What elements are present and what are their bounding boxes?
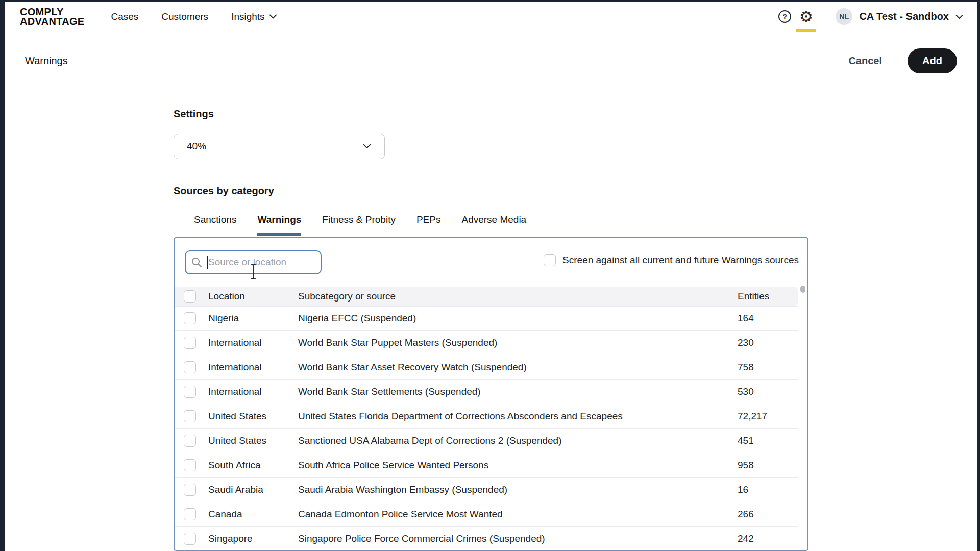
column-subcategory: Subcategory or source: [298, 291, 738, 302]
window-edge-left: [0, 0, 5, 551]
sources-panel: Screen against all current and future Wa…: [174, 237, 808, 551]
panel-scrollbar-thumb[interactable]: [800, 286, 805, 293]
row-checkbox[interactable]: [184, 386, 196, 398]
nav-item-customers[interactable]: Customers: [161, 11, 208, 22]
screen-all-label: Screen against all current and future Wa…: [562, 255, 799, 266]
chevron-down-icon: [363, 144, 371, 149]
top-nav: COMPLY ADVANTAGE Cases Customers Insight…: [5, 2, 977, 32]
cancel-button[interactable]: Cancel: [848, 55, 882, 67]
help-icon: ?: [778, 10, 791, 23]
settings-heading: Settings: [174, 108, 214, 120]
screen-all-group: Screen against all current and future Wa…: [544, 254, 799, 266]
sources-heading: Sources by category: [174, 185, 274, 197]
table-row[interactable]: Singapore Singapore Police Force Commerc…: [175, 527, 798, 551]
add-button[interactable]: Add: [908, 48, 957, 73]
table-row[interactable]: International World Bank Star Settlement…: [175, 380, 798, 404]
header-actions: Cancel Add: [848, 48, 957, 73]
table-row[interactable]: Nigeria Nigeria EFCC (Suspended) 164: [175, 306, 798, 331]
row-checkbox[interactable]: [184, 410, 196, 422]
main-nav: Cases Customers Insights: [111, 11, 276, 22]
logo-line-2: ADVANTAGE: [20, 17, 84, 27]
tab-peps[interactable]: PEPs: [416, 214, 441, 236]
row-location: Canada: [208, 509, 298, 520]
avatar: NL: [836, 8, 852, 25]
window-edge-top: [0, 0, 980, 2]
search-input[interactable]: [185, 250, 322, 274]
tab-adverse-media[interactable]: Adverse Media: [461, 214, 526, 236]
row-entities: 958: [738, 460, 798, 471]
row-source: Sanctioned USA Alabama Dept of Correctio…: [298, 435, 738, 446]
row-source: World Bank Star Puppet Masters (Suspende…: [298, 337, 738, 348]
comply-advantage-logo[interactable]: COMPLY ADVANTAGE: [20, 7, 84, 27]
table-row[interactable]: International World Bank Star Asset Reco…: [175, 355, 798, 380]
account-menu[interactable]: NL CA Test - Sandbox: [836, 8, 963, 25]
row-source: Saudi Arabia Washington Embassy (Suspend…: [298, 484, 738, 495]
table-row[interactable]: South Africa South Africa Police Service…: [175, 453, 798, 478]
nav-item-label: Customers: [161, 11, 208, 22]
row-source: Singapore Police Force Commercial Crimes…: [298, 533, 738, 544]
settings-gear-button[interactable]: ⚙: [795, 2, 817, 31]
row-entities: 242: [738, 533, 798, 544]
row-entities: 16: [738, 484, 798, 495]
row-source: United States Florida Department of Corr…: [298, 411, 738, 422]
page-header: Warnings Cancel Add: [5, 32, 977, 90]
table-row[interactable]: International World Bank Star Puppet Mas…: [175, 331, 798, 355]
row-entities: 758: [738, 362, 798, 373]
row-location: International: [208, 386, 298, 397]
row-checkbox[interactable]: [184, 459, 196, 471]
tab-warnings[interactable]: Warnings: [257, 214, 301, 236]
row-entities: 164: [738, 313, 798, 324]
table-row[interactable]: Saudi Arabia Saudi Arabia Washington Emb…: [175, 478, 798, 502]
row-entities: 230: [738, 337, 798, 348]
table-header-row: Location Subcategory or source Entities: [175, 287, 798, 306]
row-checkbox[interactable]: [184, 533, 196, 545]
row-location: United States: [208, 435, 298, 446]
row-checkbox[interactable]: [184, 337, 196, 349]
gear-icon: ⚙: [799, 9, 813, 24]
table-row[interactable]: United States United States Florida Depa…: [175, 404, 798, 429]
fuzziness-value: 40%: [187, 141, 206, 152]
nav-item-cases[interactable]: Cases: [111, 11, 138, 22]
row-location: United States: [208, 411, 298, 422]
row-source: South Africa Police Service Wanted Perso…: [298, 460, 738, 471]
nav-item-label: Cases: [111, 11, 138, 22]
row-entities: 451: [738, 435, 798, 446]
row-source: World Bank Star Settlements (Suspended): [298, 386, 738, 397]
row-checkbox[interactable]: [184, 508, 196, 520]
row-checkbox[interactable]: [184, 484, 196, 496]
sources-table: Location Subcategory or source Entities …: [175, 287, 798, 551]
nav-divider: [824, 8, 824, 26]
row-location: International: [208, 337, 298, 348]
row-checkbox[interactable]: [184, 435, 196, 447]
row-location: International: [208, 362, 298, 373]
chevron-down-icon: [955, 14, 963, 19]
nav-item-insights[interactable]: Insights: [231, 11, 276, 22]
table-row[interactable]: United States Sanctioned USA Alabama Dep…: [175, 429, 798, 453]
row-checkbox[interactable]: [184, 312, 196, 324]
help-button[interactable]: ?: [774, 2, 795, 31]
account-name: CA Test - Sandbox: [859, 11, 949, 22]
row-location: Nigeria: [208, 313, 298, 324]
nav-item-label: Insights: [231, 11, 264, 22]
row-checkbox[interactable]: [184, 361, 196, 373]
table-row[interactable]: Canada Canada Edmonton Police Service Mo…: [175, 502, 798, 527]
tab-fitness-probity[interactable]: Fitness & Probity: [322, 214, 396, 236]
text-caret: [207, 256, 208, 269]
tab-sanctions[interactable]: Sanctions: [194, 214, 236, 236]
fuzziness-dropdown[interactable]: 40%: [174, 134, 385, 159]
row-location: South Africa: [208, 460, 298, 471]
chevron-down-icon: [270, 14, 277, 19]
category-tabs: Sanctions Warnings Fitness & Probity PEP…: [194, 214, 526, 236]
screen-all-checkbox[interactable]: [544, 254, 556, 266]
row-source: Nigeria EFCC (Suspended): [298, 313, 738, 324]
window-edge-right: [977, 0, 980, 551]
column-entities: Entities: [738, 291, 798, 302]
column-location: Location: [208, 291, 298, 302]
select-all-checkbox[interactable]: [184, 290, 196, 303]
nav-right: ? ⚙ NL CA Test - Sandbox: [774, 2, 963, 31]
logo-line-1: COMPLY: [20, 7, 84, 17]
row-source: Canada Edmonton Police Service Most Want…: [298, 509, 738, 520]
row-entities: 530: [738, 386, 798, 397]
table-body: Nigeria Nigeria EFCC (Suspended) 164 Int…: [175, 306, 798, 551]
row-entities: 266: [738, 509, 798, 520]
